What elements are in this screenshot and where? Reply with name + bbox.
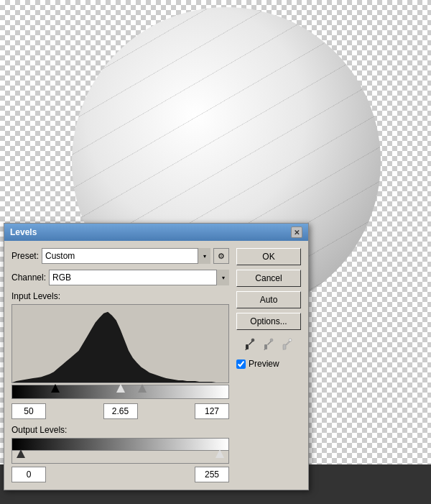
svg-point-7 [289,339,292,342]
output-gradient-bar [11,438,229,451]
channel-label: Channel: [11,272,46,283]
preset-row: Preset: Custom Default Darker Increase C… [11,248,229,264]
output-slider-container [11,451,229,464]
histogram-box [11,304,229,383]
channel-dropdown-wrapper: RGB Red Green Blue ▾ [49,270,229,285]
preview-label: Preview [249,359,279,369]
svg-rect-6 [283,344,286,349]
eyedroppers-row [236,337,301,352]
svg-point-3 [251,339,254,342]
options-button[interactable]: Options... [236,313,301,330]
preset-settings-button[interactable]: ⚙ [213,248,229,264]
dialog-titlebar: Levels ✕ [4,224,308,241]
output-values-row [11,467,229,482]
output-shadow-handle[interactable] [17,449,25,458]
channel-dropdown[interactable]: RGB Red Green Blue [49,270,229,285]
output-levels-label: Output Levels: [11,425,229,435]
input-values-row [11,403,229,419]
preset-label: Preset: [11,251,39,261]
svg-point-5 [270,339,273,342]
dialog-left-panel: Preset: Custom Default Darker Increase C… [11,248,229,482]
preview-row: Preview [236,359,301,369]
shadow-slider-handle[interactable] [51,384,60,393]
auto-button[interactable]: Auto [236,291,301,308]
input-slider-container [11,385,229,399]
svg-rect-2 [246,344,249,349]
dialog-right-panel: OK Cancel Auto Options... [236,248,301,482]
input-slider-track[interactable] [11,385,229,399]
midtone-slider-handle[interactable] [138,384,147,393]
output-highlight-handle[interactable] [216,449,224,458]
output-shadow-input[interactable] [11,467,46,482]
preview-checkbox[interactable] [236,359,246,369]
shadow-value-input[interactable] [11,403,46,419]
preset-dropdown-wrapper: Custom Default Darker Increase Contrast … [42,248,210,264]
midtone-value-input[interactable] [103,403,138,419]
preset-dropdown[interactable]: Custom Default Darker Increase Contrast … [42,248,210,264]
close-button[interactable]: ✕ [291,226,302,238]
channel-row: Channel: RGB Red Green Blue ▾ [11,270,229,285]
ok-button[interactable]: OK [236,248,301,265]
white-eyedropper[interactable] [280,337,295,352]
svg-rect-4 [264,344,267,349]
output-highlight-input[interactable] [195,467,229,482]
highlight-value-input[interactable] [195,403,229,419]
black-eyedropper[interactable] [243,337,257,352]
cancel-button[interactable]: Cancel [236,270,301,287]
gray-eyedropper[interactable] [261,337,276,352]
dialog-content: Preset: Custom Default Darker Increase C… [4,241,308,490]
levels-dialog: Levels ✕ Preset: Custom Default Darker I… [4,223,309,490]
input-levels-label: Input Levels: [11,291,229,301]
highlight-slider-handle[interactable] [116,384,125,393]
histogram-svg [12,305,228,382]
dialog-title: Levels [10,227,37,237]
